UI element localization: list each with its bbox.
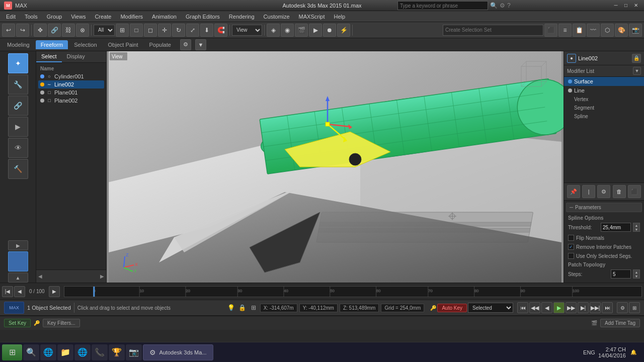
- key-filters-button[interactable]: Key Filters...: [43, 319, 80, 327]
- lock-icon[interactable]: 🔒: [632, 54, 641, 63]
- scene-scroll-right[interactable]: ▶: [100, 274, 104, 279]
- move-button[interactable]: ✛: [158, 24, 171, 37]
- curve-editor-button[interactable]: 〰: [587, 24, 600, 37]
- render3-button[interactable]: ⏺: [323, 24, 336, 37]
- render4-button[interactable]: ⚡: [337, 24, 350, 37]
- taskbar-edge-icon[interactable]: 🌐: [74, 344, 91, 360]
- scene-item-0[interactable]: ○ Cylinder001: [38, 72, 104, 80]
- filter-dropdown[interactable]: All: [94, 25, 115, 36]
- scene-scroll-left[interactable]: ◀: [38, 274, 42, 279]
- capture-button[interactable]: 📸: [629, 24, 642, 37]
- anim-go-start[interactable]: ⏮: [517, 302, 528, 313]
- timeline-track[interactable]: 0 10 20 30 40 50 60 70 80 90 1: [64, 286, 642, 297]
- threshold-up[interactable]: ▲: [633, 223, 639, 227]
- taskbar-photo-icon[interactable]: 📷: [126, 344, 142, 360]
- params-header[interactable]: ─ Parameters: [566, 203, 642, 212]
- anim-go-end[interactable]: ⏭: [602, 302, 613, 313]
- menu-item-create[interactable]: Create: [91, 13, 115, 21]
- render-button[interactable]: 🎬: [295, 24, 308, 37]
- mod-item-segment[interactable]: Segment: [564, 104, 644, 112]
- unlink-button[interactable]: ⛓: [62, 24, 75, 37]
- mode-arrow-button[interactable]: ▼: [195, 39, 206, 50]
- mirror-button[interactable]: ⬛: [544, 24, 557, 37]
- threshold-spinner[interactable]: ▲ ▼: [633, 223, 640, 232]
- select-by-name-button[interactable]: ⊞: [116, 24, 129, 37]
- threshold-input[interactable]: [601, 223, 631, 232]
- steps-up[interactable]: ▲: [633, 270, 639, 274]
- schematic-button[interactable]: ⬡: [601, 24, 614, 37]
- anim-prev-frame[interactable]: ◀: [541, 302, 552, 313]
- anim-options-btn[interactable]: ⚙: [617, 302, 628, 313]
- minimize-button[interactable]: ─: [612, 2, 620, 10]
- menu-item-group[interactable]: Group: [43, 13, 66, 21]
- modifier-list-arrow[interactable]: ▼: [633, 67, 641, 75]
- menu-item-maxscript[interactable]: MAXScript: [295, 13, 329, 21]
- tab-populate[interactable]: Populate: [144, 40, 176, 49]
- status-lock-icon[interactable]: 🔒: [238, 303, 247, 312]
- scene-item-1[interactable]: ∼ Line002: [38, 80, 104, 88]
- remove-interior-checkbox[interactable]: ✓: [568, 244, 574, 250]
- taskbar-search-icon[interactable]: 🔍: [23, 344, 39, 360]
- menu-item-modifiers[interactable]: Modifiers: [116, 13, 147, 21]
- help-tools-icon[interactable]: ⚙: [500, 2, 505, 9]
- timeline-next-btn[interactable]: ▶: [49, 286, 60, 297]
- sidebar-utility-icon[interactable]: 🔨: [8, 159, 28, 179]
- viewport[interactable]: View X Z Y: [107, 51, 564, 283]
- scene-tab-display[interactable]: Display: [62, 51, 90, 62]
- layer-button[interactable]: 📋: [573, 24, 586, 37]
- color-swatch-icon[interactable]: ●: [567, 54, 576, 63]
- select-region-button[interactable]: ◻: [144, 24, 157, 37]
- bind-button[interactable]: ⊗: [76, 24, 89, 37]
- snap-button[interactable]: 🧲: [214, 24, 227, 37]
- status-snap-icon[interactable]: ⊞: [249, 303, 258, 312]
- material2-button[interactable]: ◉: [281, 24, 294, 37]
- sidebar-motion-icon[interactable]: ▶: [8, 117, 28, 137]
- anim-play-all[interactable]: ▶▶: [566, 302, 577, 313]
- timeline-prev-btn[interactable]: ◀: [14, 286, 25, 297]
- anim-play[interactable]: ▶: [553, 302, 565, 313]
- search-input[interactable]: [397, 1, 488, 10]
- place-button[interactable]: ⬇: [200, 24, 213, 37]
- color-button[interactable]: 🎨: [615, 24, 628, 37]
- taskbar-medal-icon[interactable]: 🏆: [109, 344, 125, 360]
- anim-next-frame[interactable]: ▶|: [578, 302, 589, 313]
- sidebar-display-icon[interactable]: 👁: [8, 138, 28, 158]
- sidebar-modify-icon[interactable]: 🔧: [8, 74, 28, 95]
- mod-item-surface[interactable]: Surface: [564, 77, 644, 86]
- sidebar-hierarchy-icon[interactable]: 🔗: [8, 96, 28, 116]
- tab-modeling[interactable]: Modeling: [2, 40, 35, 49]
- sidebar-expand-button[interactable]: ▶: [8, 240, 28, 250]
- taskbar-ie-icon[interactable]: 🌐: [40, 344, 56, 360]
- menu-item-graph-editors[interactable]: Graph Editors: [182, 13, 224, 21]
- start-button[interactable]: ⊞: [2, 344, 22, 360]
- tab-selection[interactable]: Selection: [69, 40, 102, 49]
- flip-normals-checkbox[interactable]: [568, 235, 574, 241]
- scene-item-2[interactable]: □ Plane001: [38, 88, 104, 97]
- use-selected-checkbox[interactable]: [568, 253, 574, 259]
- taskbar-app-button[interactable]: ⚙ Autodesk 3ds Ma...: [143, 344, 213, 360]
- threshold-down[interactable]: ▼: [633, 227, 639, 231]
- rotate-button[interactable]: ↻: [172, 24, 185, 37]
- align-button[interactable]: ≡: [558, 24, 572, 37]
- notification-icon[interactable]: 🔔: [629, 344, 638, 360]
- select-button[interactable]: ✥: [34, 24, 47, 37]
- taskbar-phone-icon[interactable]: 📞: [92, 344, 108, 360]
- timeline-play-btn[interactable]: |◀: [2, 286, 13, 297]
- undo-button[interactable]: ↩: [2, 24, 15, 37]
- selected-dropdown[interactable]: Selected: [468, 303, 513, 313]
- tab-freeform[interactable]: Freeform: [36, 40, 68, 49]
- render2-button[interactable]: ▶: [309, 24, 322, 37]
- add-time-tag-button[interactable]: Add Time Tag: [600, 319, 640, 327]
- question-icon[interactable]: ?: [507, 2, 511, 9]
- mod-item-spline[interactable]: Spline: [564, 112, 644, 121]
- mod-item-line[interactable]: Line: [564, 86, 644, 95]
- sidebar-create-icon[interactable]: ✦: [8, 53, 28, 73]
- key-icon[interactable]: 🔑: [430, 305, 436, 311]
- redo-button[interactable]: ↪: [16, 24, 29, 37]
- scene-tab-select[interactable]: Select: [36, 51, 62, 62]
- mod-item-vertex[interactable]: Vertex: [564, 95, 644, 104]
- highlight-icon[interactable]: ⬛: [628, 185, 641, 198]
- selection-set-input[interactable]: [443, 25, 543, 36]
- steps-spinner[interactable]: ▲ ▼: [633, 269, 640, 279]
- settings-icon[interactable]: ⚙: [597, 185, 610, 198]
